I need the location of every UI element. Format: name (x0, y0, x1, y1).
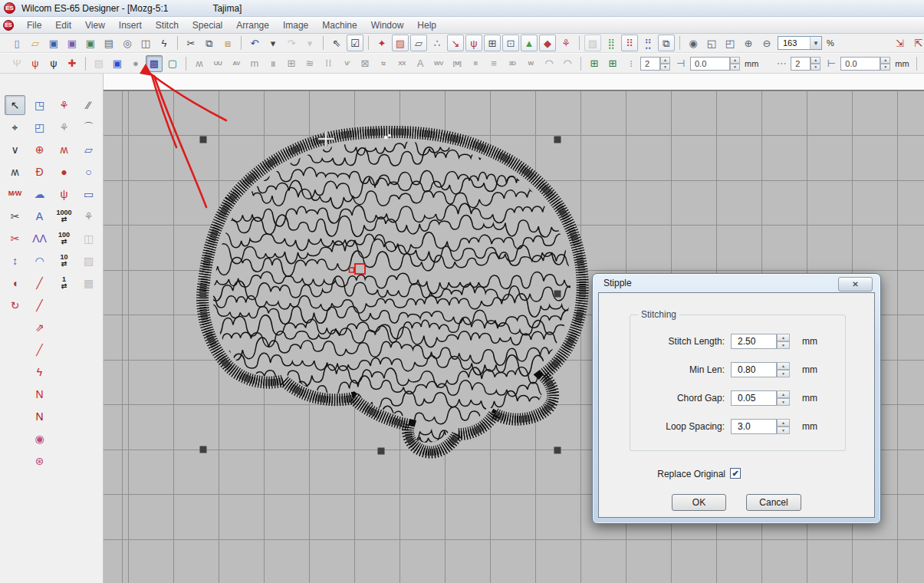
star-circle-tool[interactable]: ◉ (29, 429, 50, 449)
stitch-simulator-icon[interactable]: ◫ (137, 35, 154, 51)
run-stitch-icon[interactable]: ǀǀǀ (467, 55, 484, 72)
photo-stitch-icon[interactable]: WV (430, 55, 447, 72)
motif-fill-icon[interactable]: ┆┆ (320, 55, 337, 72)
motif-run-icon[interactable]: [M] (449, 55, 465, 72)
zoom-1to1-icon[interactable]: ◉ (685, 35, 702, 51)
zoom-out-icon[interactable]: ⊖ (758, 35, 775, 51)
menu-arrange[interactable]: Arrange (229, 18, 276, 33)
overlap-stitches-icon[interactable]: ⣛ (640, 35, 656, 51)
touchup-bitmap-icon[interactable]: ▨ (584, 35, 601, 51)
offset-outline-icon[interactable]: ◠ (559, 55, 576, 72)
slant-stitch-tool[interactable]: ∕∕ (78, 95, 99, 115)
loop-spacing-spinner[interactable]: ▲▼ (777, 419, 790, 434)
cut-fork-tool[interactable]: ✂ (5, 229, 25, 249)
smart-trim-tool[interactable]: ✂ (5, 206, 25, 226)
radial-fill-tool[interactable]: ⊛ (29, 451, 50, 471)
paste-icon[interactable]: ⧈ (219, 35, 236, 51)
menu-image[interactable]: Image (276, 18, 315, 33)
lettering-tool[interactable]: A (29, 206, 50, 226)
cols-count-box[interactable]: 2 (791, 57, 811, 71)
trapunto-outline-icon[interactable]: ▢ (164, 55, 181, 72)
color-film-icon[interactable]: ⠿ (621, 35, 638, 51)
column-fill-icon[interactable]: UU (209, 55, 226, 72)
stitch-list-icon[interactable]: ⣿ (603, 35, 620, 51)
lattice-fill-icon[interactable]: ⊠ (357, 55, 373, 72)
stitch-effects-icon[interactable]: ▤ (90, 55, 107, 72)
rows-count-box[interactable]: 2 (640, 57, 660, 71)
texture-preview-tool[interactable]: ▩ (78, 273, 99, 293)
show-bitmap-icon[interactable]: ▲ (521, 35, 538, 51)
outline-design-icon[interactable]: ◠ (541, 55, 557, 72)
fill-hatch-view-icon[interactable]: ▨ (392, 35, 409, 51)
undo-dropdown-icon[interactable]: ▾ (265, 35, 281, 51)
elastic-lettering-tool[interactable]: ↕ (5, 251, 25, 271)
row-spacing-box[interactable]: 0.0 (690, 57, 730, 71)
binoculars-tool[interactable]: ◫ (78, 229, 99, 249)
menu-insert[interactable]: Insert (112, 18, 149, 33)
loop-spacing-input[interactable]: 3.0 (731, 419, 777, 434)
cancel-button[interactable]: Cancel (746, 494, 801, 511)
pattern-fill-icon[interactable]: ⊞ (283, 55, 300, 72)
jump-stitch-tool[interactable]: ϟ (29, 362, 50, 382)
open-freehand-tool[interactable]: N (29, 384, 50, 404)
redo-dropdown-icon[interactable]: ▾ (301, 35, 318, 51)
stitch-angle-tool[interactable]: ⊕ (29, 140, 50, 160)
stipple-run-icon[interactable]: ▩ (146, 55, 163, 72)
add-node-icon[interactable]: ✚ (64, 55, 81, 72)
menu-special[interactable]: Special (186, 18, 229, 33)
menu-window[interactable]: Window (364, 18, 411, 33)
replace-original-checkbox[interactable]: ✔ (730, 468, 741, 479)
rotate-ellipse-tool[interactable]: ↻ (5, 295, 25, 315)
fan-stitch-tool[interactable]: ◖ (5, 273, 25, 293)
remove-overlap-tool[interactable]: Ð (29, 162, 50, 182)
complex-fill-tool[interactable]: ▱ (78, 140, 99, 160)
redo-icon[interactable]: ↷ (283, 35, 300, 51)
remove-stitches-icon[interactable]: ⇱ (910, 35, 924, 51)
stitch-length-spinner[interactable]: ▲▼ (777, 334, 790, 349)
warp-3d-icon[interactable]: 3D (504, 55, 521, 72)
open-design-icon[interactable]: ▱ (27, 35, 44, 51)
columns-icon[interactable]: ⋯ (773, 55, 790, 72)
width-ratio-tool[interactable]: M∕W (5, 184, 25, 204)
print-preview-icon[interactable]: ◎ (119, 35, 136, 51)
mirror-merge-v-icon[interactable]: ⊞ (604, 55, 621, 72)
contour-offsets-icon[interactable]: ▣ (109, 55, 126, 72)
program-split-icon[interactable]: ≋ (301, 55, 318, 72)
show-vectors-icon[interactable]: ◆ (539, 35, 556, 51)
triple-run-icon[interactable]: ≡ (485, 55, 502, 72)
export-machine-file-icon[interactable]: ▣ (82, 35, 99, 51)
row-spacing-icon[interactable]: ⊣ (672, 55, 689, 72)
show-hoop-icon[interactable]: ⊡ (502, 35, 519, 51)
monogramming-tool[interactable]: ⚘ (54, 95, 74, 115)
fancy-fill-icon[interactable]: V∕ (338, 55, 355, 72)
zigzag-stitch-icon[interactable]: AV (228, 55, 245, 72)
menu-view[interactable]: View (78, 18, 112, 33)
ellipse-tool[interactable]: ○ (78, 162, 99, 182)
show-grid-icon[interactable]: ⊞ (484, 35, 501, 51)
florentine-tool[interactable]: ⚘ (78, 206, 99, 226)
zoom-1-tool[interactable]: 1 ⇄ (54, 273, 74, 293)
penetrations-black-icon[interactable]: ψ (45, 55, 62, 72)
polygon-select-tool[interactable]: ⌖ (5, 117, 25, 137)
select-last-icon[interactable]: ⇖ (328, 35, 345, 51)
zoom-10-tool[interactable]: 10 ⇄ (54, 251, 74, 271)
menu-edit[interactable]: Edit (48, 18, 78, 33)
menu-file[interactable]: File (20, 18, 48, 33)
run-segment-tool[interactable]: ╱ (29, 273, 50, 293)
copy-icon[interactable]: ⧉ (201, 35, 218, 51)
sculpture-run-icon[interactable]: W (522, 55, 539, 72)
reshape-object-tool[interactable]: ◳ (29, 95, 50, 115)
print-icon[interactable]: ▤ (100, 35, 117, 51)
machine-connection-icon[interactable]: ϟ (156, 35, 173, 51)
min-len-input[interactable]: 0.80 (731, 362, 777, 377)
auto-apply-checkbox-icon[interactable]: ☑ (347, 35, 363, 51)
applique-icon[interactable]: A (412, 55, 429, 72)
mirror-merge-h-icon[interactable]: ⊞ (586, 55, 603, 72)
run-beads-tool[interactable]: ╱ (29, 295, 50, 315)
new-design-icon[interactable]: ▯ (8, 35, 25, 51)
measure-icon[interactable]: ↘ (447, 35, 464, 51)
manual-stitch-tool[interactable]: ╱ (29, 340, 50, 360)
menu-stitch[interactable]: Stitch (149, 18, 186, 33)
penetrations-red-icon[interactable]: ψ (27, 55, 44, 72)
zoom-in-icon[interactable]: ⊕ (740, 35, 757, 51)
